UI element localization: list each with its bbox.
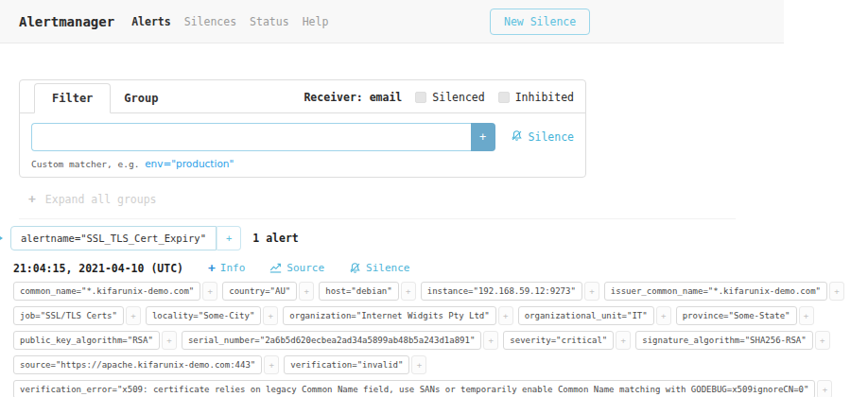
label-tag-add-button[interactable]: + xyxy=(483,331,498,350)
checkbox-silenced[interactable]: Silenced xyxy=(415,91,484,104)
label-tag: province="Some-State"+ xyxy=(676,306,814,325)
label-tag: country="AU"+ xyxy=(222,282,314,301)
label-tag-text: common_name="*.kifarunix-demo.com" xyxy=(13,282,200,301)
filter-card: Filter Group Receiver: email Silenced In… xyxy=(19,79,586,178)
label-tag-text: province="Some-State" xyxy=(676,306,797,325)
nav-item-silences[interactable]: Silences xyxy=(184,15,236,28)
source-link[interactable]: Source xyxy=(269,262,324,274)
label-tag-text: organization="Internet Widgits Pty Ltd" xyxy=(283,306,495,325)
expand-all-groups-label: Expand all groups xyxy=(45,193,157,206)
label-tag: organization="Internet Widgits Pty Ltd"+ xyxy=(283,306,512,325)
matcher-input-row: + Silence xyxy=(31,123,574,151)
alert-labels: common_name="*.kifarunix-demo.com"+count… xyxy=(13,282,866,397)
label-tag-add-button[interactable]: + xyxy=(498,306,513,325)
alert-count: 1 alert xyxy=(252,232,298,245)
label-tag-text: serial_number="2a6b5d620ecbea2ad34a5899a… xyxy=(182,331,481,350)
label-tag-text: organizational_unit="IT" xyxy=(518,306,654,325)
silence-alert-label: Silence xyxy=(366,262,409,274)
silence-filter-link[interactable]: Silence xyxy=(511,129,574,145)
add-matcher-button[interactable]: + xyxy=(471,123,495,151)
label-tag-add-button[interactable]: + xyxy=(126,306,141,325)
label-tag-add-button[interactable]: + xyxy=(584,282,599,301)
tab-right-controls: Receiver: email Silenced Inhibited xyxy=(304,91,585,104)
info-link-label: Info xyxy=(220,262,246,274)
silenced-checkbox-icon[interactable] xyxy=(415,92,426,103)
label-tag-text: instance="192.168.59.12:9273" xyxy=(421,282,582,301)
section-divider xyxy=(19,218,736,219)
tab-row: Filter Group Receiver: email Silenced In… xyxy=(20,80,585,113)
label-tag-text: issuer_common_name="*.kifarunix-demo.com… xyxy=(604,282,827,301)
matcher-input[interactable] xyxy=(31,123,471,151)
group-matcher-add-button[interactable]: + xyxy=(217,226,241,250)
nav-items: Alerts Silences Status Help xyxy=(131,15,328,28)
tab-filter[interactable]: Filter xyxy=(34,83,111,113)
nav-item-alerts[interactable]: Alerts xyxy=(131,15,171,28)
label-tag: host="debian"+ xyxy=(319,282,415,301)
plus-icon: + xyxy=(28,192,36,206)
alert-header: 21:04:15, 2021-04-10 (UTC) + Info Source… xyxy=(13,261,409,275)
expand-all-groups-button[interactable]: + Expand all groups xyxy=(28,192,157,206)
chart-icon xyxy=(269,262,282,274)
label-tag-add-button[interactable]: + xyxy=(616,331,631,350)
label-tag-text: host="debian" xyxy=(319,282,398,301)
label-tag: instance="192.168.59.12:9273"+ xyxy=(421,282,599,301)
helper-prefix: Custom matcher, e.g. xyxy=(31,159,139,169)
label-tag: job="SSL/TLS Certs"+ xyxy=(13,306,141,325)
group-matcher-text: alertname="SSL_TLS_Cert_Expiry" xyxy=(10,226,217,250)
label-tag-text: job="SSL/TLS Certs" xyxy=(13,306,124,325)
label-tag: serial_number="2a6b5d620ecbea2ad34a5899a… xyxy=(182,331,498,350)
label-tag-text: verification_error="x509: certificate re… xyxy=(13,380,815,397)
label-tag-add-button[interactable]: + xyxy=(264,355,279,374)
label-tag: public_key_algorithm="RSA"+ xyxy=(13,331,177,350)
info-link[interactable]: + Info xyxy=(208,261,245,275)
label-tag: severity="critical"+ xyxy=(503,331,631,350)
label-tag-add-button[interactable]: + xyxy=(829,282,844,301)
alert-group-row: alertname="SSL_TLS_Cert_Expiry" + 1 aler… xyxy=(0,226,299,250)
alert-timestamp: 21:04:15, 2021-04-10 (UTC) xyxy=(13,262,183,275)
label-tag: source="https://apache.kifarunix-demo.co… xyxy=(13,355,279,374)
nav-item-help[interactable]: Help xyxy=(303,15,329,28)
label-tag-text: locality="Some-City" xyxy=(146,306,261,325)
group-matcher-tag: alertname="SSL_TLS_Cert_Expiry" + xyxy=(10,226,241,250)
label-tag-text: severity="critical" xyxy=(503,331,614,350)
label-tag-add-button[interactable]: + xyxy=(815,331,830,350)
new-silence-button[interactable]: New Silence xyxy=(490,9,590,35)
label-tag-add-button[interactable]: + xyxy=(799,306,814,325)
label-tag: verification_error="x509: certificate re… xyxy=(13,380,832,397)
collapse-caret-icon[interactable] xyxy=(0,234,3,242)
label-tag: common_name="*.kifarunix-demo.com"+ xyxy=(13,282,217,301)
silence-filter-label: Silence xyxy=(529,130,574,144)
tab-group[interactable]: Group xyxy=(111,84,171,112)
label-tag-add-button[interactable]: + xyxy=(202,282,217,301)
label-tag-add-button[interactable]: + xyxy=(411,355,426,374)
label-tag-add-button[interactable]: + xyxy=(656,306,671,325)
nav-item-status[interactable]: Status xyxy=(250,15,289,28)
label-tag-add-button[interactable]: + xyxy=(299,282,314,301)
label-tag: verification="invalid"+ xyxy=(284,355,426,374)
label-tag: issuer_common_name="*.kifarunix-demo.com… xyxy=(604,282,844,301)
label-tag: organizational_unit="IT"+ xyxy=(518,306,671,325)
label-tag-text: country="AU" xyxy=(222,282,297,301)
source-link-label: Source xyxy=(286,262,324,274)
checkbox-inhibited[interactable]: Inhibited xyxy=(498,91,574,104)
inhibited-checkbox-icon[interactable] xyxy=(498,92,510,103)
label-tag-text: signature_algorithm="SHA256-RSA" xyxy=(635,331,812,350)
inhibited-checkbox-label: Inhibited xyxy=(515,91,574,104)
label-tag: signature_algorithm="SHA256-RSA"+ xyxy=(635,331,829,350)
label-tag: locality="Some-City"+ xyxy=(146,306,278,325)
plus-icon: + xyxy=(208,261,216,275)
helper-example-link[interactable]: env="production" xyxy=(145,158,234,169)
label-tag-add-button[interactable]: + xyxy=(162,331,177,350)
label-tag-text: source="https://apache.kifarunix-demo.co… xyxy=(13,355,262,374)
label-tag-add-button[interactable]: + xyxy=(263,306,278,325)
label-tag-add-button[interactable]: + xyxy=(817,380,832,397)
bell-slash-icon xyxy=(511,129,523,145)
receiver-label: Receiver: email xyxy=(304,91,402,104)
matcher-helper-text: Custom matcher, e.g. env="production" xyxy=(31,158,574,169)
label-tag-add-button[interactable]: + xyxy=(401,282,416,301)
navbar: Alertmanager Alerts Silences Status Help xyxy=(0,0,784,43)
app-brand[interactable]: Alertmanager xyxy=(19,14,114,29)
silenced-checkbox-label: Silenced xyxy=(432,91,484,104)
silence-alert-link[interactable]: Silence xyxy=(349,262,409,274)
label-tag-text: verification="invalid" xyxy=(284,355,409,374)
